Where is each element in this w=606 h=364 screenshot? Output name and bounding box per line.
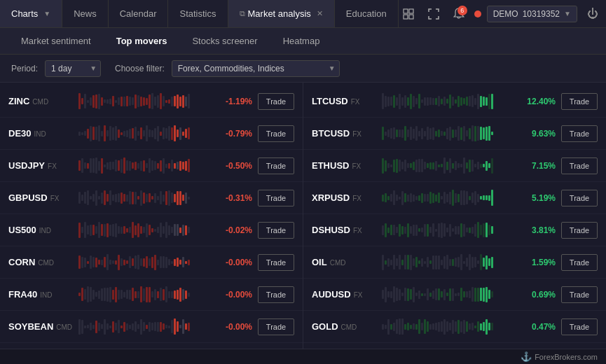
chart-bar (146, 194, 148, 202)
subtab-stocks-screener[interactable]: Stocks screener (182, 31, 267, 50)
trade-button[interactable]: Trade (561, 222, 598, 239)
filter-bar: Period: 1 day 1 week 1 month ▼ Choose fi… (0, 55, 606, 83)
chart-bar (418, 260, 420, 264)
chart-bar (460, 321, 462, 332)
chart-bar (171, 127, 173, 140)
fullscreen-icon[interactable] (424, 4, 443, 24)
logo-text: ForexBrokers.com (535, 353, 598, 361)
period-select[interactable]: 1 day 1 week 1 month (45, 60, 101, 77)
chart-bar (471, 287, 474, 302)
chart-bar (427, 163, 429, 168)
tab-statistics[interactable]: Statistics (168, 0, 228, 27)
trade-button[interactable]: Trade (258, 286, 294, 303)
chart-bar (177, 321, 179, 332)
trade-button[interactable]: Trade (258, 158, 294, 174)
chart-bar (466, 97, 468, 106)
layout-icon[interactable] (399, 4, 418, 24)
chart-bar (151, 93, 153, 109)
mover-symbol: CORN (8, 257, 35, 267)
mover-symbol: LTCUSD (312, 96, 348, 106)
power-icon[interactable]: ⏻ (583, 4, 602, 24)
chart-bar (98, 161, 100, 171)
subtab-heatmap[interactable]: Heatmap (273, 31, 330, 50)
chart-bar (460, 127, 462, 140)
chart-bar (418, 319, 420, 334)
chart-bar (387, 319, 390, 335)
trade-button[interactable]: Trade (561, 190, 598, 206)
chart-bar (424, 224, 426, 237)
chart-bar (407, 255, 409, 270)
chart-bar (435, 288, 437, 300)
chart-bar (390, 128, 392, 139)
notification-icon[interactable]: 6 (449, 4, 469, 24)
trade-button[interactable]: Trade (561, 318, 598, 335)
trade-button[interactable]: Trade (258, 125, 294, 142)
trade-button[interactable]: Trade (258, 222, 294, 239)
tab-education[interactable]: Education (335, 0, 399, 27)
tab-calendar[interactable]: Calendar (109, 0, 169, 27)
chart-bar (483, 223, 485, 237)
trade-button[interactable]: Trade (561, 125, 598, 142)
chart-bar (137, 255, 139, 270)
tab-news[interactable]: News (62, 0, 109, 27)
chart-bar (157, 322, 159, 332)
account-number: 10319352 (523, 9, 560, 19)
chart-bar (101, 260, 103, 265)
chart-bar (129, 97, 131, 106)
trade-button[interactable]: Trade (258, 190, 294, 206)
chart-bar (84, 258, 86, 267)
period-select-wrapper[interactable]: 1 day 1 week 1 month ▼ (45, 60, 101, 77)
account-selector[interactable]: DEMO 10319352 ▼ (487, 6, 577, 22)
subtab-market-sentiment[interactable]: Market sentiment (11, 31, 101, 50)
chart-bar (179, 325, 181, 328)
chart-bar (143, 258, 145, 267)
mover-chart (78, 317, 216, 337)
trade-button[interactable]: Trade (258, 318, 294, 335)
trade-button[interactable]: Trade (561, 93, 598, 110)
trade-button[interactable]: Trade (561, 254, 598, 271)
chart-bar (157, 95, 159, 108)
filter-select-wrapper[interactable]: Forex, Commodities, Indices Forex Commod… (172, 60, 340, 77)
chart-bar (106, 194, 109, 202)
chart-bar (90, 255, 92, 269)
chart-bar (188, 293, 190, 297)
chart-bar (95, 127, 97, 140)
mover-type: CMD (330, 259, 346, 267)
chart-bar (382, 255, 384, 270)
trade-button[interactable]: Trade (258, 254, 294, 271)
chart-bar (460, 190, 462, 205)
subtab-top-movers[interactable]: Top movers (106, 31, 177, 50)
chart-bar (438, 96, 440, 106)
chart-bar (143, 227, 145, 233)
chart-bar (168, 163, 170, 169)
chart-bar (132, 288, 134, 301)
chart-bar (486, 97, 488, 106)
chart-bar (163, 289, 165, 300)
chart-bar (410, 325, 412, 329)
tab-market-analysis[interactable]: ⧉ Market analysis ✕ (228, 0, 335, 27)
chart-bar (126, 160, 128, 171)
trade-button[interactable]: Trade (561, 158, 598, 174)
close-tab-icon[interactable]: ✕ (317, 9, 323, 18)
chart-bar (188, 197, 190, 200)
chart-bar (410, 127, 412, 140)
chart-bar (399, 130, 401, 137)
chart-bar (106, 254, 109, 270)
chart-bar (87, 261, 89, 264)
chart-bar (151, 130, 153, 137)
tab-charts[interactable]: Charts ▼ (0, 0, 62, 27)
chart-bar (457, 96, 460, 107)
chart-bar (112, 290, 114, 300)
chart-bar (78, 293, 81, 296)
chart-bar (101, 224, 103, 236)
chart-bar (435, 131, 437, 136)
trade-button[interactable]: Trade (258, 93, 294, 110)
mover-symbol: GBPUSD (8, 192, 48, 203)
trade-button[interactable]: Trade (561, 286, 598, 303)
chart-bar (132, 222, 134, 238)
chart-bar (132, 258, 134, 266)
filter-select[interactable]: Forex, Commodities, Indices Forex Commod… (172, 60, 340, 77)
chart-bar (460, 97, 462, 106)
chart-bar (488, 195, 490, 201)
chart-bar (163, 158, 165, 174)
